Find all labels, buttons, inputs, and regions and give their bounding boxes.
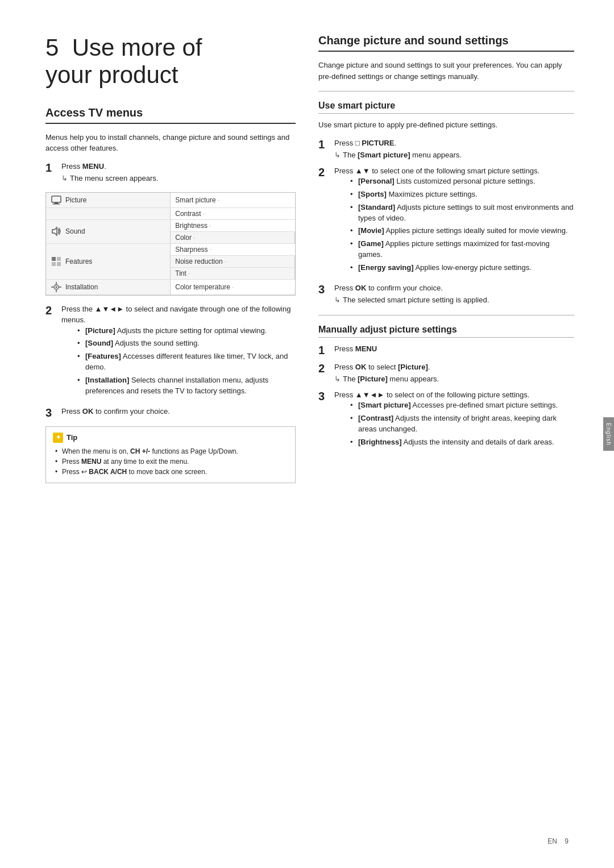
steps-list: 1 Press MENU. ↳ The menu screen appears. bbox=[45, 161, 296, 420]
step-3-content: Press OK to confirm your choice. bbox=[61, 406, 296, 417]
manual-steps: 1 Press MENU 2 Press OK to select [Pictu… bbox=[318, 343, 574, 452]
manual-step-2-result: The [Picture] menu appears. bbox=[343, 373, 439, 385]
left-column: 5 Use more ofyour product Access TV menu… bbox=[45, 34, 296, 834]
table-row: Installation Color temperature · bbox=[46, 279, 295, 294]
menu-item-smart-picture: Smart picture · bbox=[171, 193, 295, 208]
menu-category-picture: Picture bbox=[46, 193, 171, 208]
arrow-symbol-1: ↳ bbox=[61, 173, 68, 184]
step-1-subtext: ↳ The menu screen appears. bbox=[61, 173, 296, 184]
manual-step-3: 3 Press ▲▼◄► to select on of the followi… bbox=[318, 389, 574, 452]
list-item: [Features] Accesses different features l… bbox=[77, 351, 296, 373]
svg-rect-0 bbox=[52, 196, 61, 202]
menu-category-sound: Sound bbox=[46, 219, 171, 243]
step-num-2: 2 bbox=[45, 304, 61, 317]
menu-category-installation: Installation bbox=[46, 279, 171, 294]
list-item: [Picture] Adjusts the picture setting fo… bbox=[77, 326, 296, 337]
section-heading-access-tv: Access TV menus bbox=[45, 106, 296, 124]
language-tab: English bbox=[603, 417, 614, 451]
ok-key: OK bbox=[82, 407, 94, 416]
table-row: Features Sharpness · bbox=[46, 243, 295, 255]
svg-point-9 bbox=[56, 286, 57, 288]
picture-key: PICTURE bbox=[362, 139, 394, 147]
manual-step-2-content: Press OK to select [Picture]. ↳ The [Pic… bbox=[334, 362, 574, 385]
list-item: When the menu is on, CH +/- functions as… bbox=[55, 446, 288, 456]
svg-rect-7 bbox=[57, 262, 61, 266]
svg-rect-4 bbox=[52, 257, 56, 261]
list-item: [Smart picture] Accesses pre-defined sma… bbox=[350, 400, 574, 411]
tip-header: ✦ Tip bbox=[53, 433, 288, 443]
chapter-number: 5 bbox=[45, 34, 59, 61]
menu-table-container: Picture Smart picture · Contrast · bbox=[45, 192, 296, 296]
list-item: [Movie] Applies picture settings ideally… bbox=[350, 226, 574, 236]
list-item: [Personal] Lists customized personal pic… bbox=[350, 176, 574, 187]
sp-step-num-2: 2 bbox=[318, 165, 334, 179]
arrow-symbol: ↳ bbox=[334, 149, 341, 161]
menu-item-sharpness: Sharpness · bbox=[171, 243, 295, 255]
menu-item-tint: Tint · bbox=[171, 267, 295, 279]
step-1: 1 Press MENU. ↳ The menu screen appears. bbox=[45, 161, 296, 184]
smart-picture-intro: Use smart picture to apply pre-defined p… bbox=[318, 119, 574, 131]
tip-box: ✦ Tip When the menu is on, CH +/- functi… bbox=[45, 426, 296, 483]
list-item: [Energy saving] Applies low-energy pictu… bbox=[350, 263, 574, 273]
table-row: Sound Brightness · bbox=[46, 219, 295, 231]
manual-step-num-3: 3 bbox=[318, 389, 334, 403]
sp-step-1: 1 Press □ PICTURE. ↳ The [Smart picture]… bbox=[318, 138, 574, 161]
page: English 5 Use more ofyour product Access… bbox=[0, 0, 614, 868]
menu-item-color-temperature: Color temperature · bbox=[171, 279, 295, 294]
list-item: Press MENU at any time to exit the menu. bbox=[55, 456, 288, 467]
svg-rect-6 bbox=[52, 262, 56, 266]
table-row: Contrast · bbox=[46, 207, 295, 219]
sp-step-3-content: Press OK to confirm your choice. ↳ The s… bbox=[334, 283, 574, 306]
menu-item-brightness: Brightness · bbox=[171, 219, 295, 231]
section-heading-change-picture: Change picture and sound settings bbox=[318, 34, 574, 52]
footer-en: EN bbox=[547, 837, 557, 845]
menu-key-2: MENU bbox=[355, 344, 377, 353]
page-footer: EN 9 bbox=[547, 837, 569, 845]
menu-item-contrast: Contrast · bbox=[171, 207, 295, 219]
change-picture-intro: Change picture and sound settings to sui… bbox=[318, 60, 574, 82]
sp-step-3-sub: ↳ The selected smart picture setting is … bbox=[334, 294, 574, 306]
list-item: [Contrast] Adjusts the intensity of brig… bbox=[350, 413, 574, 435]
svg-rect-2 bbox=[53, 203, 60, 205]
menu-item-noise-reduction: Noise reduction · bbox=[171, 255, 295, 267]
manual-step-2-sub: ↳ The [Picture] menu appears. bbox=[334, 373, 574, 385]
divider-1 bbox=[318, 91, 574, 92]
sp-step-1-sub: ↳ The [Smart picture] menu appears. bbox=[334, 149, 574, 161]
menu-table: Picture Smart picture · Contrast · bbox=[46, 193, 295, 295]
manual-step-3-content: Press ▲▼◄► to select on of the following… bbox=[334, 389, 574, 452]
list-item: [Sound] Adjusts the sound setting. bbox=[77, 338, 296, 349]
menu-key: MENU bbox=[82, 162, 104, 171]
list-item: [Brightness] Adjusts the intensity and d… bbox=[350, 437, 574, 448]
step-2-bullets: [Picture] Adjusts the picture setting fo… bbox=[77, 326, 296, 397]
right-column: Change picture and sound settings Change… bbox=[318, 34, 574, 834]
subsection-heading-smart-picture: Use smart picture bbox=[318, 101, 574, 114]
step-1-text: Press bbox=[61, 162, 82, 171]
manual-step-3-bullets: [Smart picture] Accesses pre-defined sma… bbox=[350, 400, 574, 447]
sp-step-2-bullets: [Personal] Lists customized personal pic… bbox=[350, 176, 574, 273]
step-2-text: Press the ▲▼◄► to select and navigate th… bbox=[61, 305, 291, 325]
menu-item-color: Color · bbox=[171, 231, 295, 243]
sp-step-2-content: Press ▲▼ to select one of the following … bbox=[334, 165, 574, 278]
sp-step-num-1: 1 bbox=[318, 138, 334, 151]
list-item: [Game] Applies picture settings maximize… bbox=[350, 239, 574, 260]
picture-icon bbox=[51, 194, 62, 206]
step-1-content: Press MENU. ↳ The menu screen appears. bbox=[61, 161, 296, 184]
tip-list: When the menu is on, CH +/- functions as… bbox=[55, 446, 288, 477]
list-item: [Sports] Maximizes picture settings. bbox=[350, 189, 574, 200]
arrow-symbol: ↳ bbox=[334, 294, 341, 306]
menu-category-empty1 bbox=[46, 207, 171, 219]
svg-rect-5 bbox=[57, 257, 61, 261]
manual-step-num-2: 2 bbox=[318, 362, 334, 375]
tip-icon: ✦ bbox=[53, 433, 63, 443]
list-item: [Installation] Selects channel installat… bbox=[77, 375, 296, 397]
list-item: [Standard] Adjusts picture settings to s… bbox=[350, 202, 574, 224]
sp-step-3: 3 Press OK to confirm your choice. ↳ The… bbox=[318, 283, 574, 306]
manual-step-1: 1 Press MENU bbox=[318, 343, 574, 357]
menu-category-features: Features bbox=[46, 243, 171, 279]
sp-step-num-3: 3 bbox=[318, 283, 334, 296]
chapter-heading: 5 Use more ofyour product bbox=[45, 34, 296, 89]
sp-step-1-content: Press □ PICTURE. ↳ The [Smart picture] m… bbox=[334, 138, 574, 161]
manual-step-1-content: Press MENU bbox=[334, 343, 574, 355]
access-tv-intro: Menus help you to install channels, chan… bbox=[45, 132, 296, 154]
step-1-result: The menu screen appears. bbox=[70, 173, 158, 184]
